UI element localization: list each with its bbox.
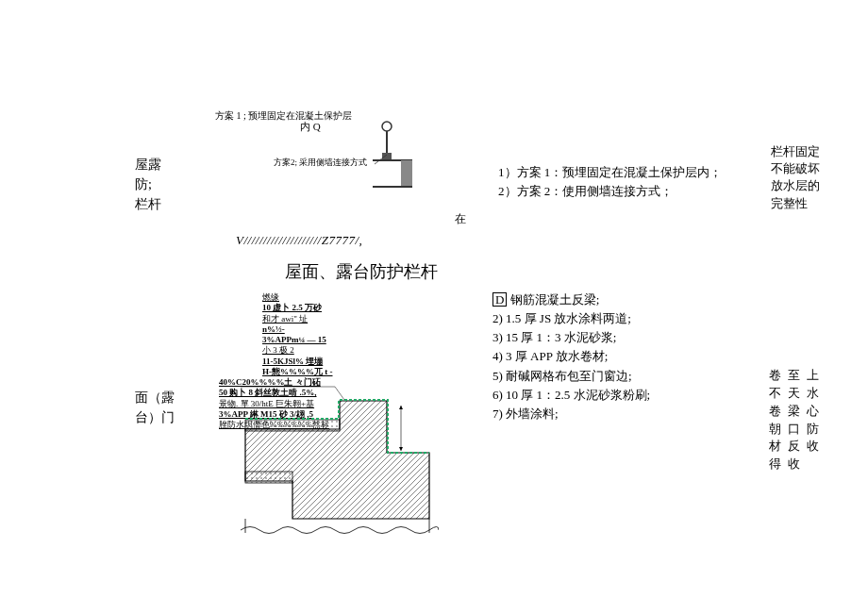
text-line: 屋露 — [135, 155, 161, 174]
anno-line: H-態%%%%兀 t ‐ — [262, 367, 333, 376]
svg-rect-8 — [245, 420, 340, 431]
section1-list: 1）方案 1：预埋固定在混凝土保护层内； 2）方案 2：使用侧墙连接方式； — [498, 163, 722, 201]
col2: 至天梁口反收 — [788, 367, 803, 473]
anno-line: 和才 awi" 址 — [262, 314, 308, 324]
list-item: 2) 1.5 厚 JS 放水涂料两道; — [492, 309, 650, 328]
hatch-text: V////////////////////Z7777/, — [236, 233, 362, 247]
note-line: 完整性 — [771, 195, 820, 212]
svg-rect-9 — [245, 472, 292, 483]
svg-marker-12 — [399, 447, 403, 451]
text-line: 栏杆 — [135, 194, 161, 214]
plan2-text: 方案2; 采用侧墙连接方式 — [274, 158, 367, 167]
section1-right-note: 栏杆固定 不能破坏 放水层的 完整性 — [771, 143, 820, 212]
page-title: 屋面、露台防护栏杆 — [285, 260, 438, 283]
text-line: 防; — [135, 174, 161, 194]
railing-diagram-small — [373, 119, 420, 189]
svg-line-14 — [335, 387, 344, 400]
svg-point-0 — [382, 122, 392, 131]
hatch-pattern: V////////////////////Z7777/, — [236, 233, 362, 248]
plan1-inner: 内 Q — [300, 120, 321, 134]
note-line: 不能破坏 — [771, 160, 820, 177]
plan1-text: 方案 1 ; 预埋固定在混凝土保护层 — [215, 110, 352, 121]
svg-rect-2 — [382, 153, 392, 160]
note-line: 栏杆固定 — [771, 143, 820, 160]
section2-right-columns: 卷不卷朝材得 至天梁口反收 上水心防收 — [769, 367, 822, 473]
svg-rect-4 — [401, 160, 412, 187]
list-item: 3) 15 厚 1：3 水泥砂浆; — [492, 328, 650, 347]
svg-marker-11 — [399, 406, 403, 409]
construction-diagram — [241, 377, 439, 538]
section2-numbered-list: D 钢筋混凝土反梁; 2) 1.5 厚 JS 放水涂料两道; 3) 15 厚 1… — [492, 290, 650, 423]
anno-line: 3%APPm¼ — 15 — [262, 335, 326, 344]
section2-left-label: 面（露 台）门 — [135, 388, 175, 427]
list-item: 5) 耐碱网格布包至门窗边; — [492, 367, 650, 386]
plan2-label: 方案2; 采用侧墙连接方式 — [274, 157, 367, 169]
list-item-text: 钢筋混凝土反梁; — [510, 292, 600, 307]
list-item: 4) 3 厚 APP 放水卷材; — [492, 347, 650, 366]
list-item: 6) 10 厚 1：2.5 水泥砂浆粉刷; — [492, 386, 650, 405]
at-text: 在 — [455, 212, 466, 225]
text-line: 面（露 — [135, 388, 175, 407]
col3: 上水心防收 — [807, 367, 822, 473]
list-item: 7) 外墙涂料; — [492, 405, 650, 423]
anno-line: 燃缘 — [262, 292, 279, 302]
title-text: 屋面、露台防护栏杆 — [285, 262, 438, 281]
anno-line: 小 3 极 2 — [262, 345, 294, 355]
text-line: 台）门 — [135, 407, 175, 427]
list-item: 1）方案 1：预埋固定在混凝土保护层内； — [498, 163, 722, 182]
note-line: 放水层的 — [771, 177, 820, 194]
anno-line: n%½- — [262, 324, 285, 334]
col1: 卷不卷朝材得 — [769, 367, 784, 473]
plan1-label: 方案 1 ; 预埋固定在混凝土保护层 — [215, 109, 352, 123]
at-char: 在 — [455, 211, 466, 227]
anno-line: 10 虚卜 2.5 万砂 — [262, 303, 322, 312]
list-header: D 钢筋混凝土反梁; — [492, 290, 650, 309]
plan1-inner-text: 内 Q — [300, 121, 321, 132]
list-item: 2）方案 2：使用侧墙连接方式； — [498, 182, 722, 201]
d-box: D — [492, 292, 507, 307]
anno-line: 11-5KJSl% 埋塴 — [262, 357, 323, 366]
section1-left-label: 屋露 防; 栏杆 — [135, 155, 161, 214]
